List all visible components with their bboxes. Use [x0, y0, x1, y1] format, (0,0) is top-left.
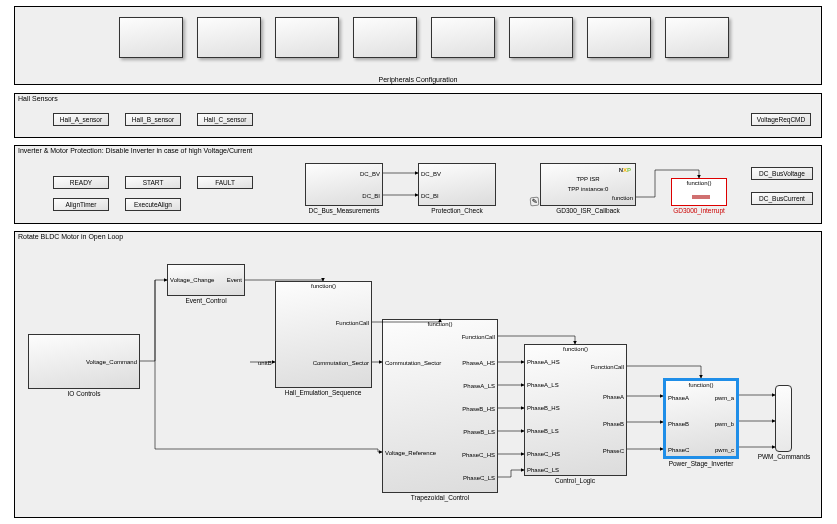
interrupt-label: GD3000_interrupt	[673, 207, 725, 214]
start-label: START	[143, 179, 164, 186]
isr-out: function	[612, 195, 633, 201]
hall-a-button[interactable]: Hall_A_sensor	[53, 113, 109, 126]
hall-c-button[interactable]: Hall_C_sensor	[197, 113, 253, 126]
dc-bus-label: DC_Bus_Measurements	[309, 207, 380, 214]
hall-b-button[interactable]: Hall_B_sensor	[125, 113, 181, 126]
align-timer-label: AlignTimer	[66, 201, 97, 208]
nxp-logo: NXP	[619, 167, 631, 173]
align-timer-button[interactable]: AlignTimer	[53, 198, 109, 211]
interrupt-block[interactable]: function()	[671, 178, 727, 206]
trap-o6: PhaseC_LS	[463, 475, 495, 481]
isr-badge-icon: ✎	[530, 197, 540, 207]
io-controls-block[interactable]: Voltage_Command	[28, 334, 140, 389]
ps-i2: PhaseB	[668, 421, 689, 427]
dc-bus-current-button[interactable]: DC_BusCurrent	[751, 192, 813, 205]
hall-b-label: Hall_B_sensor	[132, 116, 174, 123]
trap-in2: Voltage_Reference	[385, 450, 436, 456]
prot-in1: DC_BV	[421, 171, 441, 177]
dc-bus-block[interactable]: DC_BV DC_BI	[305, 163, 383, 206]
periph-block-1[interactable]	[119, 17, 183, 58]
dc-bus-voltage-label: DC_BusVoltage	[759, 170, 805, 177]
protection-check-block[interactable]: DC_BV DC_BI	[418, 163, 496, 206]
dc-bus-voltage-button[interactable]: DC_BusVoltage	[751, 167, 813, 180]
prot-in2: DC_BI	[421, 193, 439, 199]
trap-o2: PhaseA_LS	[463, 383, 495, 389]
power-stage-label: Power_Stage_Inverter	[669, 460, 734, 467]
pwm-sink[interactable]	[775, 385, 792, 452]
hall-emul-top: function()	[311, 283, 336, 289]
hall-emul-out1: Commutation_Sector	[313, 360, 369, 366]
voltage-req-cmd-button[interactable]: VoltageReqCMD	[751, 113, 811, 126]
periph-block-2[interactable]	[197, 17, 261, 58]
trapezoidal-label: Trapezoidal_Control	[411, 494, 469, 501]
periph-block-6[interactable]	[509, 17, 573, 58]
hall-title: Hall Sensors	[18, 95, 58, 102]
hall-emul-fc: FunctionCall	[336, 320, 369, 326]
isr-line2: TPP instance:0	[568, 186, 609, 192]
pwm-label: PWM_Commands	[758, 453, 811, 460]
voltage-req-cmd-label: VoltageReqCMD	[757, 116, 805, 123]
peripherals-title: Peripherals Configuration	[379, 76, 458, 83]
ready-button[interactable]: READY	[53, 176, 109, 189]
cl-o2: PhaseB	[603, 421, 624, 427]
cl-i1: PhaseA_HS	[527, 359, 560, 365]
cl-i2: PhaseA_LS	[527, 382, 559, 388]
trap-o5: PhaseC_HS	[462, 452, 495, 458]
trap-fc: FunctionCall	[462, 334, 495, 340]
control-logic-block[interactable]: function() PhaseA_HS PhaseA_LS PhaseB_HS…	[524, 344, 627, 476]
trap-o4: PhaseB_LS	[463, 429, 495, 435]
periph-block-4[interactable]	[353, 17, 417, 58]
trap-top: function()	[427, 321, 452, 327]
io-out: Voltage_Command	[86, 359, 137, 365]
ps-top: function()	[688, 382, 713, 388]
isr-line1: TPP ISR	[576, 176, 599, 182]
hall-emul-out2: unitB	[258, 360, 272, 366]
event-in: Voltage_Change	[170, 277, 214, 283]
cl-i4: PhaseB_LS	[527, 428, 559, 434]
hall-emulation-block[interactable]: function() FunctionCall Commutation_Sect…	[275, 281, 372, 388]
ps-o2: pwm_b	[715, 421, 734, 427]
cl-top: function()	[563, 346, 588, 352]
dc-bus-out2: DC_BI	[362, 193, 380, 199]
control-logic-label: Control_Logic	[555, 477, 595, 484]
execute-align-button[interactable]: ExecuteAlign	[125, 198, 181, 211]
ps-i3: PhaseC	[668, 447, 689, 453]
event-out: Event	[227, 277, 242, 283]
trap-o1: PhaseA_HS	[462, 360, 495, 366]
fault-button[interactable]: FAULT	[197, 176, 253, 189]
cl-i5: PhaseC_HS	[527, 451, 560, 457]
isr-callback-block[interactable]: NXP TPP ISR TPP instance:0 function	[540, 163, 636, 206]
periph-block-7[interactable]	[587, 17, 651, 58]
power-stage-block[interactable]: function() PhaseA PhaseB PhaseC pwm_a pw…	[663, 378, 739, 459]
fault-label: FAULT	[215, 179, 235, 186]
cl-i6: PhaseC_LS	[527, 467, 559, 473]
rotate-title: Rotate BLDC Motor in Open Loop	[18, 233, 123, 240]
dc-bus-current-label: DC_BusCurrent	[759, 195, 805, 202]
interrupt-top: function()	[686, 180, 711, 186]
trapezoidal-block[interactable]: function() Commutation_Sector Voltage_Re…	[382, 319, 498, 493]
periph-block-8[interactable]	[665, 17, 729, 58]
hall-c-label: Hall_C_sensor	[204, 116, 247, 123]
isr-label: GD300_ISR_Callback	[556, 207, 620, 214]
execute-align-label: ExecuteAlign	[134, 201, 172, 208]
io-controls-label: IO Controls	[68, 390, 101, 397]
dc-bus-out1: DC_BV	[360, 171, 380, 177]
protection-title: Inverter & Motor Protection: Disable Inv…	[18, 147, 252, 154]
cl-o3: PhaseC	[603, 448, 624, 454]
periph-block-5[interactable]	[431, 17, 495, 58]
trap-in1: Commutation_Sector	[385, 360, 441, 366]
ps-o3: pwm_c	[715, 447, 734, 453]
event-control-block[interactable]: Voltage_Change Event	[167, 264, 245, 296]
cl-fc: FunctionCall	[591, 364, 624, 370]
hall-a-label: Hall_A_sensor	[60, 116, 102, 123]
trap-o3: PhaseB_HS	[462, 406, 495, 412]
event-control-label: Event_Control	[185, 297, 226, 304]
ready-label: READY	[70, 179, 92, 186]
hall-emulation-label: Hall_Emulation_Sequence	[285, 389, 362, 396]
start-button[interactable]: START	[125, 176, 181, 189]
cl-o1: PhaseA	[603, 394, 624, 400]
ps-o1: pwm_a	[715, 395, 734, 401]
periph-block-3[interactable]	[275, 17, 339, 58]
protection-check-label: Protection_Check	[431, 207, 482, 214]
cl-i3: PhaseB_HS	[527, 405, 560, 411]
